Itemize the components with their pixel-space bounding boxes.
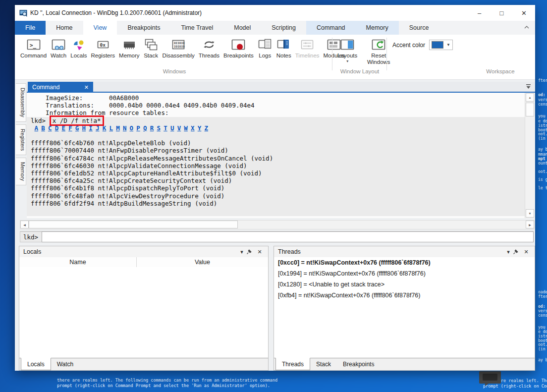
side-tab-registers[interactable]: Registers: [16, 124, 26, 155]
scroll-up-arrow[interactable]: ▲: [526, 93, 534, 102]
column-value[interactable]: Value: [137, 257, 268, 267]
ribbon-button-locals[interactable]: Locals: [69, 37, 88, 60]
close-panel-icon[interactable]: ✕: [522, 249, 531, 255]
alphabet-link-k[interactable]: K: [103, 124, 107, 132]
side-tab-disassembly[interactable]: Disassembly: [16, 83, 26, 122]
alphabet-link-e[interactable]: E: [61, 124, 65, 132]
title-bar[interactable]: KD '', Local Connection - WinDbg 1.0.200…: [15, 5, 535, 21]
locals-panel-header[interactable]: Locals ▾ ✕: [19, 246, 268, 257]
threads-panel: Threads ▾ ✕ [0xcc0] = nt!KiSwapContext+0…: [274, 246, 535, 371]
alphabet-link-p[interactable]: P: [136, 124, 140, 132]
ribbon-button-logs[interactable]: Logs: [256, 37, 274, 60]
thread-entry[interactable]: [0xfb4] = nt!KiSwapContext+0x76 (fffff80…: [274, 290, 535, 301]
horizontal-scroll-thumb[interactable]: [29, 221, 238, 228]
scroll-down-arrow[interactable]: ▼: [526, 209, 534, 218]
alphabet-link-o[interactable]: O: [130, 124, 134, 132]
alphabet-link-r[interactable]: R: [150, 124, 154, 132]
vertical-scroll-thumb[interactable]: [526, 103, 534, 116]
ribbon-button-notes[interactable]: Notes: [275, 37, 293, 60]
ribbon-tab-source[interactable]: Source: [399, 21, 439, 35]
alphabet-link-n[interactable]: N: [123, 124, 127, 132]
panel-menu-icon[interactable]: ▾: [504, 249, 513, 255]
alphabet-link-x[interactable]: X: [191, 124, 195, 132]
alphabet-link-w[interactable]: W: [184, 124, 188, 132]
alphabet-link-z[interactable]: Z: [205, 124, 209, 132]
background-text-fragment: oot. Y: [538, 132, 547, 136]
ribbon-tab-model[interactable]: Model: [223, 21, 261, 35]
ribbon-button-reset-windows[interactable]: Reset Windows: [360, 37, 397, 66]
ribbon-tab-time-travel[interactable]: Time Travel: [170, 21, 223, 35]
alphabet-link-v[interactable]: V: [177, 124, 181, 132]
threads-panel-header[interactable]: Threads ▾ ✕: [274, 246, 535, 257]
collapse-ribbon-icon[interactable]: [523, 24, 531, 32]
svg-text:OIIOIO: OIIOIO: [174, 41, 185, 45]
ribbon-tab-memory[interactable]: Memory: [356, 21, 399, 35]
thread-entry[interactable]: [0xcc0] = nt!KiSwapContext+0x76 (fffff80…: [274, 257, 535, 268]
alphabet-link-a[interactable]: A: [35, 124, 39, 132]
accent-color-picker[interactable]: ▼: [429, 40, 453, 50]
scroll-left-arrow[interactable]: ◀: [20, 221, 29, 228]
panel-tab-threads[interactable]: Threads: [275, 358, 310, 370]
alphabet-link-g[interactable]: G: [75, 124, 79, 132]
ribbon-button-breakpoints[interactable]: Breakpoints: [222, 37, 255, 60]
thread-entry[interactable]: [0x1280] = <Unable to get stack trace>: [274, 279, 535, 290]
accent-color-label: Accent color: [392, 42, 425, 49]
blank-line: [31, 132, 525, 139]
maximize-button[interactable]: □: [491, 5, 513, 21]
panel-tab-stack[interactable]: Stack: [310, 358, 337, 370]
alphabet-link-s[interactable]: S: [157, 124, 161, 132]
alphabet-link-l[interactable]: L: [109, 124, 113, 132]
command-input[interactable]: [42, 231, 534, 242]
scroll-right-arrow[interactable]: ▶: [526, 221, 534, 228]
background-console-text-left: there are realms left. The following com…: [57, 378, 277, 389]
desktop-background: fter thod:versiocenseyou nee donistratib…: [0, 0, 547, 392]
thread-entry[interactable]: [0x1994] = nt!KiSwapContext+0x76 (fffff8…: [274, 268, 535, 279]
alphabet-link-u[interactable]: U: [170, 124, 174, 132]
alphabet-link-b[interactable]: B: [41, 124, 45, 132]
ribbon-tab-scripting[interactable]: Scripting: [261, 21, 306, 35]
ribbon-button-stack[interactable]: Stack: [142, 37, 160, 60]
horizontal-scrollbar[interactable]: ◀ ▶: [20, 220, 535, 229]
feedback-bubble-icon[interactable]: [479, 371, 501, 386]
close-tab-icon[interactable]: ✕: [84, 84, 89, 91]
ribbon-tab-command[interactable]: Command: [306, 21, 356, 35]
ribbon-button-disassembly[interactable]: OIIOIOIOIOIODisassembly: [161, 37, 196, 60]
ribbon-button-registers[interactable]: 0xRegisters: [89, 37, 116, 60]
ribbon-tab-home[interactable]: Home: [46, 21, 83, 35]
alphabet-link-y[interactable]: Y: [198, 124, 202, 132]
alphabet-link-q[interactable]: Q: [143, 124, 147, 132]
ribbon-button-memory[interactable]: Memory: [117, 37, 141, 60]
alphabet-link-h[interactable]: H: [82, 124, 86, 132]
ribbon-separator: [332, 38, 332, 70]
panel-tab-watch[interactable]: Watch: [51, 358, 80, 370]
alphabet-link-t[interactable]: T: [164, 124, 167, 132]
alphabet-link-j[interactable]: J: [96, 124, 100, 132]
alphabet-link-c[interactable]: C: [48, 124, 52, 132]
ribbon-tab-breakpoints[interactable]: Breakpoints: [117, 21, 170, 35]
alphabet-link-d[interactable]: D: [55, 124, 59, 132]
vertical-scrollbar[interactable]: ▲ ▼: [525, 93, 534, 218]
ribbon-button-threads[interactable]: Threads: [197, 37, 221, 60]
dock-panel-icon[interactable]: [525, 83, 532, 90]
panel-tab-breakpoints[interactable]: Breakpoints: [337, 358, 380, 370]
ribbon-button-command[interactable]: >_Command: [19, 37, 48, 60]
alphabet-link-f[interactable]: F: [68, 124, 72, 132]
close-panel-icon[interactable]: ✕: [255, 249, 264, 255]
close-button[interactable]: ✕: [513, 5, 535, 21]
pin-icon[interactable]: [246, 249, 255, 255]
ribbon-tab-file[interactable]: File: [15, 21, 46, 35]
notes-icon: [276, 38, 291, 52]
column-name[interactable]: Name: [19, 257, 137, 267]
ribbon-button-label: Command: [20, 53, 47, 59]
alphabet-link-i[interactable]: I: [89, 124, 93, 132]
pin-icon[interactable]: [513, 249, 522, 255]
tab-command[interactable]: Command ✕: [28, 82, 93, 93]
panel-menu-icon[interactable]: ▾: [237, 249, 246, 255]
ribbon-button-watch[interactable]: Watch: [49, 37, 68, 60]
ribbon-button-layouts[interactable]: Layouts▾: [336, 37, 359, 64]
panel-tab-locals[interactable]: Locals: [21, 358, 51, 370]
ribbon-tab-view[interactable]: View: [83, 21, 117, 35]
alphabet-link-m[interactable]: M: [116, 124, 120, 132]
side-tab-memory[interactable]: Memory: [16, 158, 26, 185]
minimize-button[interactable]: –: [468, 5, 491, 21]
